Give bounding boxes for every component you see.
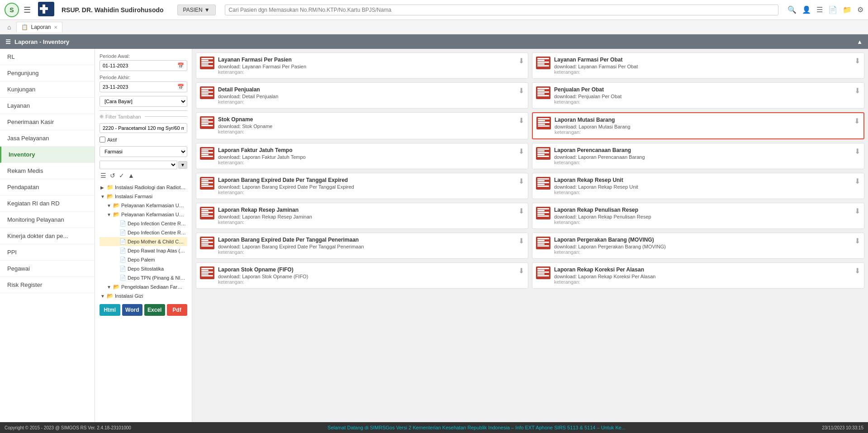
pasien-button[interactable]: PASIEN ▼ [177, 5, 216, 15]
tree-item[interactable]: ▼📂Instalasi Farmasi [100, 192, 187, 201]
sidebar-item-monitoring-pelayanan[interactable]: Monitoring Pelayanan [0, 212, 95, 228]
download-icon[interactable]: ⬇ [854, 117, 860, 125]
download-icon[interactable]: ⬇ [518, 57, 524, 65]
up-icon[interactable]: ▲ [127, 171, 135, 180]
periode-awal-input[interactable]: 📅 [100, 60, 187, 71]
sidebar-item-pengunjung[interactable]: Pengunjung [0, 65, 95, 81]
drug-search-field[interactable] [103, 125, 184, 131]
confirm-icon[interactable]: ✓ [118, 171, 125, 180]
sidebar-item-kunjungan[interactable]: Kunjungan [0, 81, 95, 98]
periode-awal-field[interactable] [103, 63, 177, 68]
tree-toggle[interactable]: ▼ [107, 285, 113, 290]
download-icon[interactable]: ⬇ [518, 237, 524, 245]
html-export-button[interactable]: Html [100, 304, 120, 316]
sidebar-item-risk-register[interactable]: Risk Register [0, 277, 95, 293]
tree-item[interactable]: ▼📂Instalasi Gizi [100, 291, 187, 300]
report-card-r3[interactable]: Detail Penjualan download: Detail Penjua… [196, 82, 528, 109]
patient-search-input[interactable] [225, 5, 778, 15]
report-card-r1[interactable]: Layanan Farmasi Per Pasien download: Lay… [196, 52, 528, 79]
download-icon[interactable]: ⬇ [518, 177, 524, 186]
download-icon[interactable]: ⬇ [518, 116, 524, 125]
drug-input-field[interactable] [100, 123, 187, 133]
tree-toggle[interactable]: ▼ [107, 203, 113, 208]
tree-item[interactable]: 📄Depo TPN (Pinang & NICU) [100, 273, 187, 282]
tree-item[interactable]: 📄Depo Palem [100, 255, 187, 264]
tree-item[interactable]: 📄Depo Mother & Child Centre [100, 237, 187, 246]
search-icon[interactable]: 🔍 [787, 5, 797, 14]
report-card-r15[interactable]: Laporan Stok Opname (FIFO) download: Lap… [196, 262, 528, 289]
sidebar-item-ppi[interactable]: PPI [0, 244, 95, 261]
download-icon[interactable]: ⬇ [854, 177, 860, 186]
report-card-r6[interactable]: Laporan Mutasi Barang download: Laporan … [532, 112, 864, 139]
download-icon[interactable]: ⬇ [854, 86, 860, 95]
sidebar-item-inventory[interactable]: Inventory [0, 147, 95, 163]
hamburger-menu[interactable]: ☰ [24, 5, 31, 15]
pdf-export-button[interactable]: Pdf [167, 304, 188, 316]
home-tab[interactable]: ⌂ [4, 22, 14, 33]
tree-item[interactable]: ▼📂Pengelolaan Sediaan Farmasi, A... [100, 282, 187, 291]
file-icon[interactable]: 📄 [828, 5, 837, 14]
tree-item[interactable]: 📄Depo Sitostatika [100, 264, 187, 273]
sidebar-item-penerimaan-kasir[interactable]: Penerimaan Kasir [0, 114, 95, 130]
report-card-r14[interactable]: Laporan Pergerakan Barang (MOVING) downl… [532, 233, 864, 259]
settings-icon[interactable]: ⚙ [857, 5, 863, 14]
folder-icon[interactable]: 📁 [843, 5, 852, 14]
page-header-toggle[interactable]: ▲ [857, 38, 863, 45]
report-card-r10[interactable]: Laporan Rekap Resep Unit download: Lapor… [532, 173, 864, 199]
list-icon[interactable]: ☰ [816, 5, 823, 14]
unit-select[interactable]: Farmasi [100, 146, 187, 157]
refresh-icon[interactable]: ↺ [109, 171, 116, 180]
tree-item[interactable]: ▶📁Instalasi Radiologi dan Radioterapi [100, 183, 187, 192]
tree-item[interactable]: 📄Depo Infection Centre Rawa... [100, 228, 187, 237]
tree-toggle[interactable]: ▼ [100, 294, 107, 299]
report-card-r13[interactable]: Laporan Barang Expired Date Per Tanggal … [196, 233, 528, 259]
report-card-r12[interactable]: Laporan Rekap Penulisan Resep download: … [532, 203, 864, 229]
cara-bayar-select[interactable]: [Cara Bayar] [100, 96, 187, 107]
tree-item[interactable]: ▼📂Pelayanan Kefarmasian Unit Pe... [100, 201, 187, 210]
periode-akhir-input[interactable]: 📅 [100, 81, 187, 92]
download-icon[interactable]: ⬇ [518, 86, 524, 95]
tree-toggle[interactable]: ▶ [100, 185, 107, 190]
sidebar-item-pegawai[interactable]: Pegawai [0, 261, 95, 277]
report-card-r2[interactable]: Layanan Farmasi Per Obat download: Layan… [532, 52, 864, 79]
report-card-r16[interactable]: Laporan Rekap Koreksi Per Alasan downloa… [532, 262, 864, 289]
list-view-icon[interactable]: ☰ [100, 171, 107, 180]
report-card-r11[interactable]: Laporan Rekap Resep Jaminan download: La… [196, 203, 528, 229]
download-icon[interactable]: ⬇ [854, 237, 860, 245]
tree-toggle[interactable]: ▼ [107, 212, 113, 217]
download-icon[interactable]: ⬇ [854, 207, 860, 215]
download-icon[interactable]: ⬇ [518, 147, 524, 156]
aktif-checkbox[interactable] [100, 137, 105, 143]
tree-item[interactable]: 📄Depo Infection Centre Rawa... [100, 219, 187, 228]
report-card-r5[interactable]: Stok Opname download: Stok Opname ketera… [196, 112, 528, 139]
report-card-r7[interactable]: Laporan Faktur Jatuh Tempo download: Lap… [196, 143, 528, 169]
download-icon[interactable]: ⬇ [518, 207, 524, 215]
sidebar-item-pendapatan[interactable]: Pendapatan [0, 179, 95, 195]
tree-toggle[interactable]: ▼ [100, 194, 107, 199]
tree-item[interactable]: ▼📂Pelayanan Kefarmasian Unit Pe... [100, 210, 187, 219]
word-export-button[interactable]: Word [122, 304, 143, 316]
sidebar-item-layanan[interactable]: Layanan [0, 98, 95, 114]
sidebar-item-rl[interactable]: RL [0, 49, 95, 65]
tab-close-button[interactable]: ✕ [54, 25, 57, 30]
sidebar-item-kegiatan-ri-dan-rd[interactable]: Kegiatan RI dan RD [0, 195, 95, 212]
page-header-hamburger[interactable]: ☰ [5, 38, 11, 45]
download-icon[interactable]: ⬇ [854, 147, 860, 156]
periode-awal-calendar-icon[interactable]: 📅 [177, 62, 184, 69]
report-card-r9[interactable]: Laporan Barang Expired Date Per Tanggal … [196, 173, 528, 199]
download-icon[interactable]: ⬇ [518, 266, 524, 275]
download-icon[interactable]: ⬇ [854, 57, 860, 65]
sidebar-item-rekam-medis[interactable]: Rekam Medis [0, 163, 95, 179]
user-icon[interactable]: 👤 [802, 5, 811, 14]
sidebar-item-kinerja-dokter-dan-pe...[interactable]: Kinerja dokter dan pe... [0, 228, 95, 244]
dropdown-expand-btn[interactable]: ▼ [178, 161, 187, 169]
laporan-tab[interactable]: 📋 Laporan ✕ [16, 22, 62, 32]
tree-item[interactable]: 📄Depo Rawat Inap Atas (RIA) [100, 246, 187, 255]
periode-akhir-calendar-icon[interactable]: 📅 [177, 84, 184, 90]
excel-export-button[interactable]: Excel [144, 304, 165, 316]
report-card-r8[interactable]: Laporan Perencanaan Barang download: Lap… [532, 143, 864, 169]
periode-akhir-field[interactable] [103, 84, 177, 90]
download-icon[interactable]: ⬇ [854, 266, 860, 275]
sidebar-item-jasa-pelayanan[interactable]: Jasa Pelayanan [0, 130, 95, 147]
report-card-r4[interactable]: Penjualan Per Obat download: Penjualan P… [532, 82, 864, 109]
